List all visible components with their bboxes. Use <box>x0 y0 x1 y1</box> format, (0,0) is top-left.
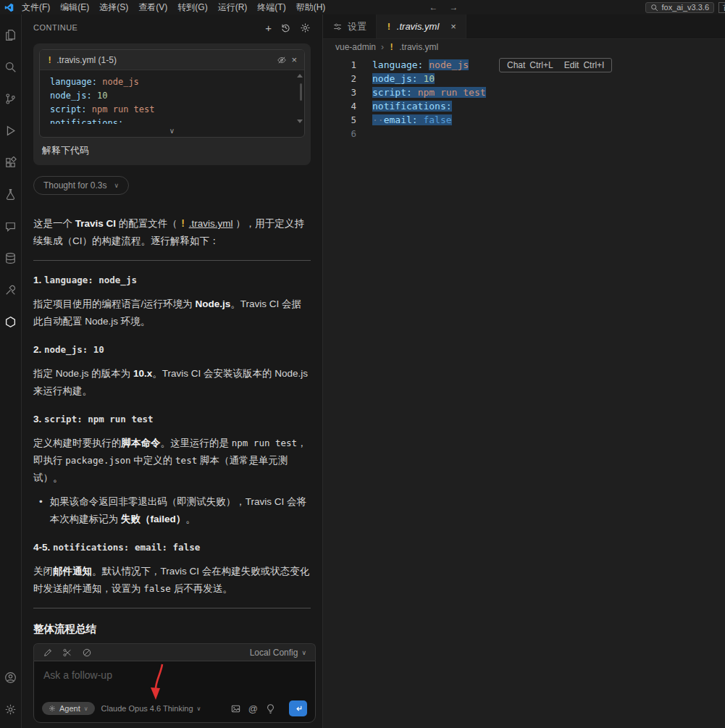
chevron-down-icon: ∨ <box>197 706 201 712</box>
chevron-down-icon: ∨ <box>301 649 306 656</box>
menu-item[interactable]: 查看(V) <box>133 1 172 14</box>
editor-group: 设置 ! .travis.yml × vue-admin › ! .travis… <box>323 14 725 728</box>
warning-icon: ! <box>386 21 392 32</box>
tab-travis-yml[interactable]: ! .travis.yml × <box>377 14 466 38</box>
model-selector[interactable]: Claude Opus 4.6 Thinking ∨ <box>101 704 201 713</box>
scroll-down-icon[interactable] <box>297 120 303 123</box>
code-card-header: ! .travis.yml (1-5) × <box>40 50 304 70</box>
tools-extension-icon[interactable] <box>0 274 22 306</box>
bullet-icon: • <box>39 493 43 528</box>
agent-mode-selector[interactable]: Agent ∨ <box>42 702 95 715</box>
prompt-bulb-icon[interactable] <box>265 703 276 714</box>
block-icon[interactable] <box>82 648 92 658</box>
file-chip[interactable]: !.travis.yml <box>180 214 233 233</box>
testing-icon[interactable] <box>0 178 22 210</box>
continue-extension-icon[interactable] <box>0 306 22 338</box>
composer-toolbar: Local Config ∨ <box>33 643 316 661</box>
chat-input[interactable]: Ask a follow-up Agent ∨ Claude Opus 4.6 … <box>33 661 316 723</box>
breadcrumb[interactable]: vue-admin › ! .travis.yml <box>323 39 725 55</box>
breadcrumb-file[interactable]: .travis.yml <box>399 42 438 52</box>
tab-bar: 设置 ! .travis.yml × <box>323 14 725 39</box>
menu-item[interactable]: 运行(R) <box>213 1 253 14</box>
line-number: 6 <box>323 127 356 141</box>
chat-thread: ! .travis.yml (1-5) × language: node_jsn… <box>22 41 322 643</box>
send-button[interactable] <box>289 700 307 716</box>
code-card-line: script: npm run test <box>50 103 294 117</box>
user-message: ! .travis.yml (1-5) × language: node_jsn… <box>33 43 311 165</box>
close-tab-icon[interactable]: × <box>450 21 456 32</box>
editor-line[interactable]: 5··email: false <box>323 113 725 127</box>
chevron-down-icon: ∨ <box>84 706 88 712</box>
code-card-filename: .travis.yml (1-5) <box>56 55 117 65</box>
line-number: 3 <box>323 85 356 99</box>
extensions-icon[interactable] <box>0 146 22 178</box>
code-card-line: node_js: 10 <box>50 89 294 103</box>
config-selector-label: Local Config <box>250 648 298 658</box>
expand-code-card[interactable]: ∨ <box>40 124 304 137</box>
input-toolbar: Agent ∨ Claude Opus 4.6 Thinking ∨ @ <box>42 700 307 716</box>
response-p: 定义构建时要执行的脚本命令。这里运行的是 npm run test，即执行 pa… <box>33 435 311 487</box>
chevron-down-icon: ∨ <box>114 182 119 189</box>
config-selector[interactable]: Local Config ∨ <box>250 648 306 658</box>
search-icon <box>650 4 658 12</box>
titlebar-partial-button[interactable]: 首 <box>718 2 725 13</box>
sidebar-actions: + <box>265 22 311 33</box>
hint-chat[interactable]: ChatCtrl+L <box>507 60 553 70</box>
account-icon[interactable] <box>0 661 22 693</box>
breadcrumb-folder[interactable]: vue-admin <box>335 42 376 52</box>
forward-icon[interactable]: → <box>444 2 464 12</box>
scissors-icon[interactable] <box>62 648 72 658</box>
editor-line[interactable]: 2node_js: 10 <box>323 72 725 85</box>
menu-item[interactable]: 转到(G) <box>172 1 212 14</box>
code-context-card[interactable]: ! .travis.yml (1-5) × language: node_jsn… <box>39 49 305 138</box>
titlebar-search-text: fox_ai_v3.3.6 <box>662 3 709 12</box>
vscode-window: 文件(F)编辑(E)选择(S)查看(V)转到(G)运行(R)终端(T)帮助(H)… <box>0 0 725 728</box>
code-card-scrollbar[interactable] <box>300 83 302 101</box>
new-session-icon[interactable]: + <box>265 22 272 33</box>
eye-off-icon[interactable] <box>277 55 287 65</box>
menu-item[interactable]: 编辑(E) <box>55 1 94 14</box>
response-p: 这是一个 Travis CI 的配置文件（ !.travis.yml ），用于定… <box>33 214 311 250</box>
source-control-icon[interactable] <box>0 83 22 114</box>
search-sidebar-icon[interactable] <box>0 51 22 83</box>
title-bar: 文件(F)编辑(E)选择(S)查看(V)转到(G)运行(R)终端(T)帮助(H)… <box>0 0 725 14</box>
divider <box>33 608 311 608</box>
menu-item[interactable]: 选择(S) <box>94 1 133 14</box>
menu-item[interactable]: 文件(F) <box>17 1 55 14</box>
history-icon[interactable] <box>280 22 291 33</box>
editor-line[interactable]: 3script: npm run test <box>323 85 725 99</box>
editor-line[interactable]: 6 <box>323 127 725 141</box>
response-h: 3. script: npm run test <box>33 411 311 428</box>
tab-settings[interactable]: 设置 <box>323 14 377 38</box>
thought-pill[interactable]: Thought for 0.3s ∨ <box>33 176 129 195</box>
back-icon[interactable]: ← <box>424 2 444 12</box>
response-h2: 整体流程总结 <box>33 620 311 637</box>
explorer-icon[interactable] <box>0 19 22 51</box>
response-li: •如果该命令返回非零退出码（即测试失败），Travis CI 会将本次构建标记为… <box>39 493 311 528</box>
line-number: 2 <box>323 72 356 85</box>
database-extension-icon[interactable] <box>0 242 22 274</box>
titlebar-search[interactable]: fox_ai_v3.3.6 <box>645 2 714 13</box>
response-p: 指定项目使用的编程语言/运行环境为 Node.js。Travis CI 会据此自… <box>33 296 311 330</box>
vscode-logo-icon <box>4 3 14 12</box>
run-debug-icon[interactable] <box>0 114 22 146</box>
sidebar-header: CONTINUE + <box>22 14 322 41</box>
continue-settings-icon[interactable] <box>300 22 311 33</box>
model-label: Claude Opus 4.6 Thinking <box>101 704 193 713</box>
menu-item[interactable]: 帮助(H) <box>291 1 331 14</box>
inline-chat-hint[interactable]: ChatCtrl+L EditCtrl+I <box>499 58 612 72</box>
attach-image-icon[interactable] <box>230 703 241 714</box>
line-number: 5 <box>323 113 356 127</box>
ai-chat-extension-icon[interactable] <box>0 210 22 242</box>
enter-icon <box>293 703 303 714</box>
close-icon[interactable]: × <box>291 54 297 65</box>
editor-line[interactable]: 4notifications: <box>323 99 725 113</box>
user-message-text: 解释下代码 <box>39 138 305 159</box>
settings-gear-icon[interactable] <box>0 693 22 725</box>
scroll-up-icon[interactable] <box>297 74 303 78</box>
hint-edit[interactable]: EditCtrl+I <box>564 60 605 70</box>
mention-icon[interactable]: @ <box>248 703 258 714</box>
activity-bar <box>0 14 22 728</box>
menu-item[interactable]: 终端(T) <box>252 1 290 14</box>
edit-pencil-icon[interactable] <box>43 648 53 658</box>
